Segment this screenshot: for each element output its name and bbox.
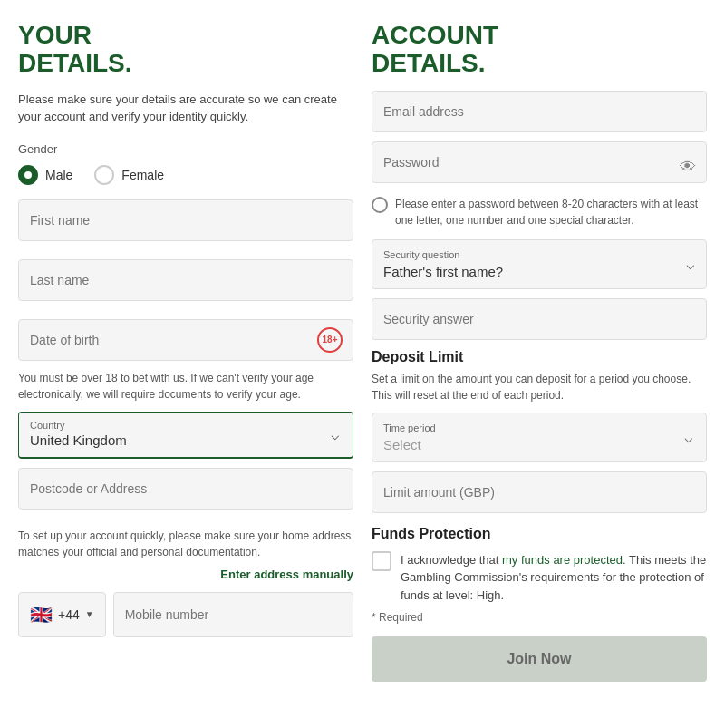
country-select-box[interactable]: Country United Kingdom ⌵ [18, 412, 353, 459]
first-name-input[interactable] [18, 199, 353, 241]
required-note: * Required [372, 611, 707, 624]
left-panel: YOUR DETAILS. Please make sure your deta… [18, 22, 353, 706]
radio-male[interactable] [18, 165, 38, 185]
time-period-label: Time period [383, 422, 695, 433]
funds-protection-section: Funds Protection I acknowledge that my f… [372, 526, 707, 625]
phone-prefix-selector[interactable]: 🇬🇧 +44 ▼ [18, 592, 106, 637]
gender-female[interactable]: Female [94, 165, 164, 185]
security-answer-input[interactable] [372, 298, 707, 340]
password-wrapper: 👁 [372, 141, 707, 192]
security-question-box[interactable]: Security question Father's first name? ⌵ [372, 239, 707, 289]
email-input[interactable] [372, 91, 707, 132]
your-details-title: YOUR DETAILS. [18, 22, 353, 78]
security-question-label: Security question [383, 249, 695, 260]
phone-row: 🇬🇧 +44 ▼ [18, 592, 353, 637]
security-question-value: Father's first name? [383, 264, 503, 279]
country-value: United Kingdom [30, 432, 127, 448]
enter-address-manual-link[interactable]: Enter address manually [18, 568, 353, 581]
gender-female-label: Female [121, 168, 164, 182]
uk-flag-icon: 🇬🇧 [30, 604, 53, 626]
your-details-subtitle: Please make sure your details are accura… [18, 91, 353, 126]
password-eye-icon[interactable]: 👁 [680, 157, 696, 176]
gender-male[interactable]: Male [18, 165, 72, 185]
password-hint-text: Please enter a password between 8-20 cha… [395, 196, 707, 228]
postcode-input[interactable] [18, 468, 353, 510]
password-check-icon [372, 197, 388, 213]
radio-female[interactable] [94, 165, 114, 185]
gender-label: Gender [18, 142, 353, 156]
postcode-group [18, 468, 353, 519]
password-input[interactable] [372, 141, 707, 183]
phone-prefix-chevron: ▼ [85, 609, 94, 619]
join-now-button[interactable]: Join Now [372, 636, 707, 682]
funds-checkbox-row: I acknowledge that my funds are protecte… [372, 551, 707, 605]
address-hint: To set up your account quickly, please m… [18, 528, 353, 560]
funds-checkbox[interactable] [372, 551, 392, 571]
first-name-group [18, 199, 353, 250]
dob-group: 18+ [18, 319, 353, 361]
deposit-limit-title: Deposit Limit [372, 349, 707, 365]
country-label: Country [30, 420, 65, 431]
time-period-select[interactable]: Time period Select ⌵ [372, 413, 707, 462]
last-name-input[interactable] [18, 259, 353, 301]
limit-amount-input[interactable] [372, 471, 707, 513]
age-badge: 18+ [317, 327, 343, 353]
time-period-value: Select [383, 437, 421, 452]
gender-male-label: Male [45, 168, 72, 182]
right-panel: ACCOUNT DETAILS. 👁 Please enter a passwo… [372, 22, 707, 706]
deposit-limit-desc: Set a limit on the amount you can deposi… [372, 371, 707, 403]
gender-row: Male Female [18, 165, 353, 185]
funds-protection-text: I acknowledge that my funds are protecte… [401, 551, 707, 605]
last-name-group [18, 259, 353, 310]
mobile-number-input[interactable] [113, 592, 353, 637]
deposit-limit-section: Deposit Limit Set a limit on the amount … [372, 349, 707, 526]
password-hint-row: Please enter a password between 8-20 cha… [372, 196, 707, 228]
dob-input[interactable] [18, 319, 353, 361]
funds-protection-title: Funds Protection [372, 526, 707, 542]
account-details-title: ACCOUNT DETAILS. [372, 22, 707, 78]
dob-hint: You must be over 18 to bet with us. If w… [18, 370, 353, 403]
phone-prefix-value: +44 [58, 607, 80, 622]
country-chevron-icon: ⌵ [331, 426, 340, 443]
